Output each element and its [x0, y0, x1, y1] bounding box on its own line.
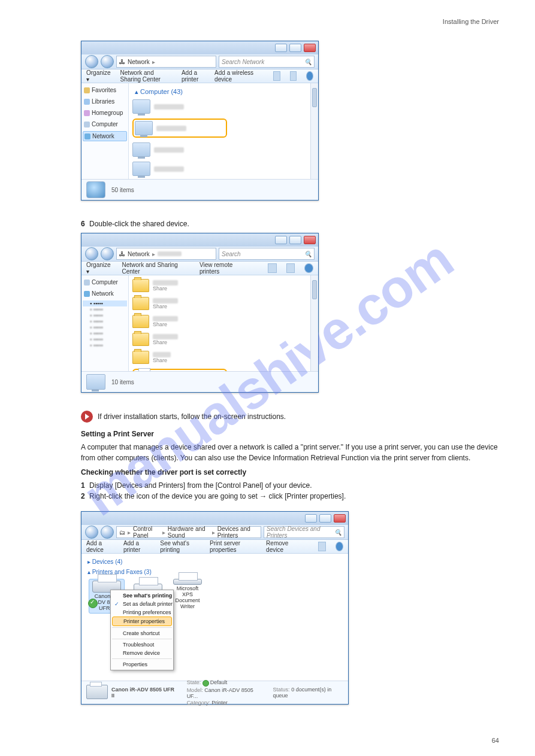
search-input[interactable]: Search Network 🔍 [219, 56, 315, 68]
tree-host[interactable]: ▪ ▪▪▪▪▪ [83, 336, 127, 342]
view-icon[interactable] [273, 71, 280, 81]
toolbar-network-sharing[interactable]: Network and Sharing Center [122, 262, 189, 275]
nav-pane: Computer Network ▪ ▪▪▪▪▪ ▪ ▪▪▪▪▪ ▪ ▪▪▪▪▪… [81, 275, 129, 371]
share-item[interactable]: Share [132, 315, 222, 328]
breadcrumb-hw[interactable]: Hardware and Sound [168, 526, 210, 539]
details-name: Canon iR-ADV 8505 UFR II [111, 687, 175, 699]
help-icon[interactable] [306, 71, 313, 81]
address-bar[interactable]: 🖧 Network ▸ [116, 56, 216, 68]
nav-computer[interactable]: Computer [83, 120, 127, 129]
toolbar-remove-device[interactable]: Remove device [266, 540, 299, 553]
network-globe-icon [86, 181, 105, 198]
step-index: 1 [81, 481, 85, 490]
breadcrumb-cp[interactable]: Control Panel [133, 526, 160, 539]
close-button[interactable] [334, 514, 346, 523]
tree-host-selected[interactable]: ▪ ▪▪▪▪▪ [83, 300, 127, 306]
toolbar-whats-printing[interactable]: See what's printing [160, 540, 200, 553]
nav-favorites[interactable]: Favorites [83, 86, 127, 95]
share-item[interactable]: Share [132, 351, 222, 364]
search-placeholder: Search Devices and Printers [267, 526, 334, 539]
tree-host[interactable]: ▪ ▪▪▪▪▪ [83, 342, 127, 348]
blurred-host [158, 251, 182, 256]
ctx-properties[interactable]: Properties [112, 660, 172, 669]
search-input[interactable]: Search Devices and Printers 🔍 [264, 526, 344, 538]
separator [112, 639, 172, 639]
nav-computer[interactable]: Computer [83, 278, 127, 287]
toolbar-network-sharing[interactable]: Network and Sharing Center [120, 69, 172, 83]
tree-host[interactable]: ▪ ▪▪▪▪▪ [83, 306, 127, 312]
help-icon[interactable] [304, 263, 313, 273]
nav-network[interactable]: Network [83, 131, 127, 141]
folder-icon [132, 333, 149, 346]
ctx-remove-device[interactable]: Remove device [112, 649, 172, 657]
share-item[interactable]: Share [132, 279, 222, 292]
share-item[interactable]: Share [132, 333, 222, 346]
nav-bar: 🖧 Network ▸ Search 🔍 [81, 247, 318, 262]
back-button[interactable] [85, 247, 98, 260]
ctx-set-default[interactable]: Set as default printer [112, 600, 172, 608]
preview-pane-icon[interactable] [286, 263, 295, 273]
back-button[interactable] [85, 526, 98, 539]
ctx-create-shortcut[interactable]: Create shortcut [112, 629, 172, 637]
toolbar-print-server-props[interactable]: Print server properties [210, 540, 256, 553]
search-input[interactable]: Search 🔍 [219, 248, 315, 260]
close-button[interactable] [304, 44, 316, 52]
maximize-button[interactable] [289, 44, 301, 52]
organize-menu[interactable]: Organize ▾ [86, 69, 111, 83]
toolbar-add-wireless[interactable]: Add a wireless device [214, 69, 254, 83]
control-panel-icon: 🗂 [119, 529, 125, 536]
ctx-printer-properties-highlighted[interactable]: Printer properties [112, 617, 172, 626]
computer-item[interactable] [132, 162, 222, 176]
minimize-button[interactable] [275, 44, 287, 52]
tree-host[interactable]: ▪ ▪▪▪▪▪ [83, 312, 127, 318]
tree-host[interactable]: ▪ ▪▪▪▪▪ [83, 318, 127, 324]
forward-button[interactable] [101, 526, 114, 539]
scrollbar[interactable] [310, 275, 318, 371]
ctx-whats-printing[interactable]: See what's printing [112, 591, 172, 600]
breadcrumb-devices[interactable]: Devices and Printers [217, 526, 258, 539]
nav-homegroup[interactable]: Homegroup [83, 108, 127, 117]
toolbar-view-printers[interactable]: View remote printers [200, 262, 249, 275]
nav-network[interactable]: Network [83, 289, 127, 298]
computer-item-highlighted[interactable] [132, 119, 227, 138]
close-button[interactable] [304, 236, 316, 244]
nav-libraries[interactable]: Libraries [83, 97, 127, 106]
forward-button[interactable] [101, 247, 114, 260]
help-icon[interactable] [335, 542, 343, 551]
view-icon[interactable] [268, 263, 277, 273]
maximize-button[interactable] [289, 236, 301, 244]
view-icon[interactable] [318, 542, 326, 551]
titlebar [81, 233, 318, 247]
minimize-button[interactable] [305, 514, 317, 523]
scrollbar[interactable] [310, 83, 318, 179]
minimize-button[interactable] [275, 236, 287, 244]
network-icon: 🖧 [119, 59, 125, 65]
toolbar-add-printer[interactable]: Add a printer [123, 540, 150, 553]
computer-item[interactable] [132, 99, 222, 114]
printer-xps[interactable]: Microsoft XPS Document Writer [171, 579, 204, 610]
address-bar[interactable]: 🗂 ▸ Control Panel ▸ Hardware and Sound ▸… [116, 526, 261, 538]
back-button[interactable] [85, 55, 98, 68]
window-body: Computer Network ▪ ▪▪▪▪▪ ▪ ▪▪▪▪▪ ▪ ▪▪▪▪▪… [81, 275, 318, 371]
ctx-printing-prefs[interactable]: Printing preferences [112, 608, 172, 617]
forward-button[interactable] [101, 55, 114, 68]
tree-host[interactable]: ▪ ▪▪▪▪▪ [83, 324, 127, 330]
address-bar[interactable]: 🖧 Network ▸ [116, 248, 216, 260]
chevron-icon: ▸ [152, 251, 155, 257]
toolbar-add-printer[interactable]: Add a printer [182, 69, 205, 83]
shared-printer-highlighted[interactable] [132, 369, 227, 371]
preview-pane-icon[interactable] [290, 71, 297, 81]
nav-bar: 🖧 Network ▸ Search Network 🔍 [81, 54, 318, 69]
group-header-printers[interactable]: ▴ Printers and Faxes (3) [87, 569, 344, 575]
default-dot-icon [202, 680, 209, 687]
category-value: Printer [211, 700, 228, 706]
toolbar-add-device[interactable]: Add a device [86, 540, 114, 553]
group-header-devices[interactable]: ▸ Devices (4) [87, 558, 344, 565]
computer-item[interactable] [132, 142, 222, 157]
tree-host[interactable]: ▪ ▪▪▪▪▪ [83, 330, 127, 336]
organize-menu[interactable]: Organize ▾ [86, 262, 112, 275]
ctx-troubleshoot[interactable]: Troubleshoot [112, 640, 172, 649]
maximize-button[interactable] [319, 514, 331, 523]
share-item[interactable]: Share [132, 297, 222, 310]
nav-pane: Favorites Libraries Homegroup Computer N… [81, 83, 129, 179]
